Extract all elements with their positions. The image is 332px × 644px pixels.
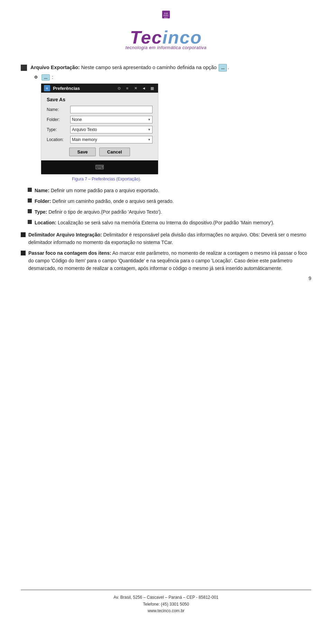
- logo-area: 010 0101 011 Tec inco tecnologia em info…: [21, 10, 311, 50]
- ml-icon-passar-foco: [21, 251, 26, 255]
- bullet-delimitador: Delimitador Arquivo Integração: Delimita…: [21, 231, 311, 246]
- ml-text-passar-foco: Passar foco na contagem dos itens: Ao ma…: [28, 250, 311, 272]
- sq-desc-location: Localização se será salvo na memória Ext…: [56, 220, 274, 225]
- form-label-type: Type:: [47, 127, 70, 132]
- sq-text-name: Name: Definir um nome padrão para o arqu…: [35, 187, 311, 194]
- sq-text-type: Type: Definir o tipo de arquivo.(Por pad…: [35, 208, 311, 216]
- form-row-name: Name:: [47, 106, 153, 113]
- bullet-folder: Folder: Definir um caminho padrão, onde …: [28, 198, 311, 205]
- bullet-passar-foco: Passar foco na contagem dos itens: Ao ma…: [21, 250, 311, 272]
- form-row-type: Type: Arquivo Texto ▼: [47, 126, 153, 133]
- keyboard-icon: ⌨: [95, 164, 104, 171]
- svg-text:⊞: ⊞: [46, 87, 48, 90]
- sq-icon-location: [28, 220, 32, 224]
- inline-btn-2[interactable]: ...: [42, 74, 50, 81]
- form-select-location[interactable]: Main memory ▼: [70, 136, 153, 143]
- bullet-arquivo-desc: Neste campo será apresentado o caminho d…: [80, 65, 217, 70]
- svg-text:0101: 0101: [164, 14, 169, 17]
- ml-label-delimitador: Delimitador Arquivo Integração:: [28, 232, 102, 237]
- footer-line2: Telefone: (45) 3301 5050: [21, 601, 311, 608]
- titlebar-logo-icon: ⊞: [44, 85, 50, 91]
- logo-icon: 010 0101 011: [156, 10, 176, 28]
- ml-icon-delimitador: [21, 232, 26, 237]
- figure-caption: Figura 7 – Preferências (Exportação).: [55, 177, 158, 181]
- sq-label-folder: Folder:: [35, 198, 51, 204]
- location-dropdown-arrow: ▼: [148, 138, 151, 141]
- form-label-name: Name:: [47, 107, 70, 112]
- bullet-type: Type: Definir o tipo de arquivo.(Por pad…: [28, 208, 311, 216]
- main-bullets-section: Delimitador Arquivo Integração: Delimita…: [21, 231, 311, 272]
- logo-text-inco: inco: [162, 28, 202, 46]
- titlebar-icon-menu: ▦: [149, 85, 155, 91]
- form-select-type[interactable]: Arquivo Texto ▼: [70, 126, 153, 133]
- form-select-type-value: Arquivo Texto: [72, 127, 97, 132]
- form-label-location: Location:: [47, 137, 70, 142]
- sq-label-type: Type:: [35, 209, 47, 215]
- footer-line3: www.tecinco.com.br: [21, 608, 311, 614]
- sq-label-location: Location:: [35, 220, 56, 225]
- screenshot-titlebar: ⊞ Preferências ⊙ ≡ ✕ ◄ ▦: [41, 84, 158, 93]
- colon-text: :: [52, 74, 53, 80]
- bullet-name: Name: Definir um nome padrão para o arqu…: [28, 187, 311, 194]
- sq-desc-folder: Definir um caminho padrão, onde o arquiv…: [51, 198, 174, 204]
- form-select-location-value: Main memory: [72, 137, 97, 142]
- sub-bullet-screenshot: ... : ⊞ Preferências ⊙: [35, 74, 311, 181]
- form-select-folder[interactable]: None ▼: [70, 116, 153, 123]
- sq-text-location: Location: Localização se será salvo na m…: [35, 219, 311, 226]
- page-number: 9: [21, 276, 311, 281]
- form-input-name[interactable]: [70, 106, 153, 113]
- logo-text-main: Tec: [130, 28, 163, 46]
- form-label-folder: Folder:: [47, 117, 70, 122]
- ml-label-passar-foco: Passar foco na contagem dos itens:: [28, 250, 111, 256]
- content-area: Arquivo Exportação: Neste campo será apr…: [21, 60, 311, 590]
- footer-line1: Av. Brasil, 5256 – Cascavel – Paraná – C…: [21, 594, 311, 601]
- ml-text-delimitador: Delimitador Arquivo Integração: Delimita…: [28, 231, 311, 246]
- sq-icon-folder: [28, 198, 32, 203]
- bullet-location: Location: Localização se será salvo na m…: [28, 219, 311, 226]
- inline-btn-1[interactable]: ...: [219, 64, 227, 72]
- form-select-folder-value: None: [72, 117, 82, 122]
- sq-text-folder: Folder: Definir um caminho padrão, onde …: [35, 198, 311, 205]
- screenshot-box: ⊞ Preferências ⊙ ≡ ✕ ◄ ▦: [41, 83, 158, 175]
- bullet-arquivo-exportacao: Arquivo Exportação: Neste campo será apr…: [21, 64, 311, 72]
- titlebar-icon-vol: ◄: [141, 85, 147, 91]
- keyboard-area: ⌨: [41, 160, 158, 174]
- form-row-folder: Folder: None ▼: [47, 116, 153, 123]
- sq-label-name: Name:: [35, 188, 49, 193]
- sq-icon-name: [28, 188, 32, 192]
- form-buttons: Save Cancel: [47, 148, 153, 156]
- sq-icon-type: [28, 209, 32, 213]
- form-row-location: Location: Main memory ▼: [47, 136, 153, 143]
- titlebar-icon-grid: ≡: [124, 85, 130, 91]
- screenshot-body: Save As Name: Folder: None ▼: [41, 93, 158, 160]
- logo-container: 010 0101 011 Tec inco tecnologia em info…: [126, 10, 207, 50]
- save-button[interactable]: Save: [69, 148, 95, 156]
- logo-subtitle: tecnologia em informática corporativa: [126, 45, 207, 50]
- body-bullets: Name: Definir um nome padrão para o arqu…: [21, 187, 311, 226]
- sq-desc-name: Definir um nome padrão para o arquivo ex…: [49, 188, 159, 193]
- bullet-arquivo-label: Arquivo Exportação:: [30, 65, 80, 70]
- bullet-arquivo-text: Arquivo Exportação: Neste campo será apr…: [30, 64, 311, 72]
- titlebar-title: Preferências: [53, 86, 113, 91]
- titlebar-icon-world: ⊙: [116, 85, 122, 91]
- titlebar-icon-antenna: ✕: [132, 85, 139, 91]
- svg-text:011: 011: [164, 17, 167, 19]
- cancel-button[interactable]: Cancel: [99, 148, 130, 156]
- bullet-square-icon: [21, 65, 27, 71]
- sub-circle-icon: [35, 76, 37, 78]
- footer: Av. Brasil, 5256 – Cascavel – Paraná – C…: [21, 590, 311, 616]
- saveas-title: Save As: [47, 97, 153, 102]
- sq-desc-type: Definir o tipo de arquivo.(Por padrão 'A…: [47, 209, 162, 215]
- folder-dropdown-arrow: ▼: [148, 118, 151, 121]
- type-dropdown-arrow: ▼: [148, 128, 151, 131]
- sub-bullet-content: ... : ⊞ Preferências ⊙: [41, 74, 158, 181]
- titlebar-icons: ⊙ ≡ ✕ ◄ ▦: [116, 85, 155, 91]
